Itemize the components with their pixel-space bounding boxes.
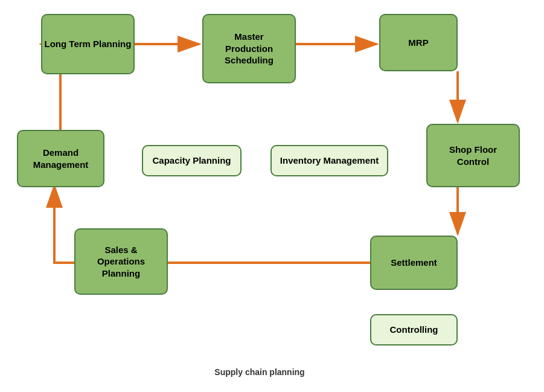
inventory-management-label: Inventory Management xyxy=(280,155,379,167)
long-term-planning-label: Long Term Planning xyxy=(45,38,132,50)
mrp-node: MRP xyxy=(379,14,458,71)
demand-management-label: DemandManagement xyxy=(33,147,89,170)
shop-floor-control-label: Shop FloorControl xyxy=(449,144,497,167)
master-production-node: MasterProductionScheduling xyxy=(202,14,296,83)
master-production-label: MasterProductionScheduling xyxy=(225,31,274,66)
sales-operations-planning-node: Sales &OperationsPlanning xyxy=(74,228,168,295)
diagram-caption: Supply chain planning xyxy=(193,367,326,377)
settlement-label: Settlement xyxy=(391,257,437,269)
diagram-container: Long Term Planning MasterProductionSched… xyxy=(0,0,544,392)
mrp-label: MRP xyxy=(408,37,428,49)
capacity-planning-node: Capacity Planning xyxy=(142,145,242,176)
shop-floor-control-node: Shop FloorControl xyxy=(426,124,520,187)
settlement-node: Settlement xyxy=(370,236,458,290)
controlling-node: Controlling xyxy=(370,314,458,345)
inventory-management-node: Inventory Management xyxy=(270,145,388,176)
capacity-planning-label: Capacity Planning xyxy=(152,155,231,167)
controlling-label: Controlling xyxy=(390,324,438,336)
demand-management-node: DemandManagement xyxy=(17,130,104,187)
sales-operations-label: Sales &OperationsPlanning xyxy=(97,244,145,280)
long-term-planning-node: Long Term Planning xyxy=(41,14,135,74)
